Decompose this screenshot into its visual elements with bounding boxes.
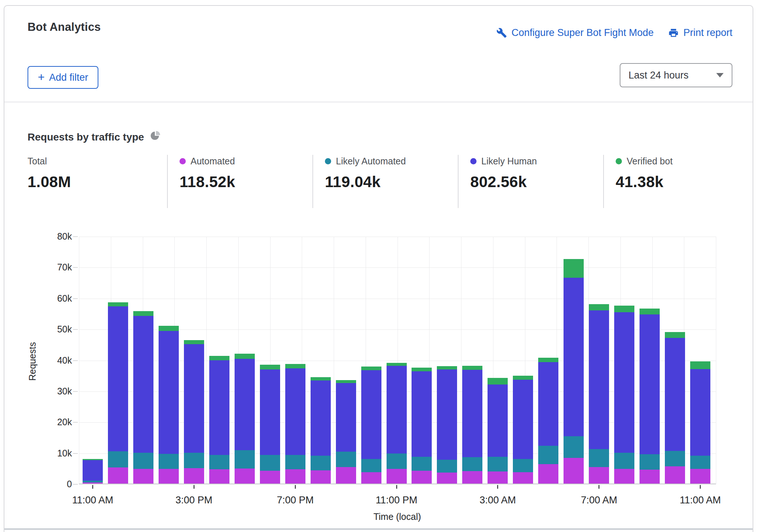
bar-segment-likely-automated <box>437 460 457 473</box>
x-tick <box>295 485 296 489</box>
section-title-label: Requests by traffic type <box>28 131 144 143</box>
bar-5-00-pm[interactable] <box>235 354 255 484</box>
bar-1-00-am[interactable] <box>437 366 457 484</box>
bar-segment-likely-automated <box>513 459 533 472</box>
stat-divider <box>167 155 168 208</box>
bar-segment-likely-human <box>108 306 128 451</box>
bar-segment-verified-bot <box>336 380 356 383</box>
bar-segment-verified-bot <box>513 376 533 380</box>
y-tick-label: 20k <box>0 417 72 427</box>
bar-12-00-am[interactable] <box>412 368 432 484</box>
bar-7-00-pm[interactable] <box>285 364 305 484</box>
bar-segment-likely-human <box>614 312 634 452</box>
gridline-vertical <box>716 237 716 484</box>
bar-segment-likely-human <box>133 316 153 453</box>
bar-4-00-pm[interactable] <box>209 356 229 484</box>
y-tick <box>73 298 78 299</box>
bar-segment-likely-automated <box>159 454 179 469</box>
y-tick <box>73 236 78 237</box>
bar-segment-likely-automated <box>260 455 280 470</box>
bar-7-00-am[interactable] <box>589 304 609 484</box>
bar-segment-likely-automated <box>488 457 508 472</box>
configure-super-bot-fight-mode-link[interactable]: Configure Super Bot Fight Mode <box>496 27 653 39</box>
bar-segment-verified-bot <box>361 367 381 370</box>
bar-2-00-am[interactable] <box>462 366 482 484</box>
bar-segment-verified-bot <box>462 366 482 369</box>
bar-5-00-am[interactable] <box>538 358 558 484</box>
x-tick <box>193 485 195 489</box>
header-divider <box>4 102 753 102</box>
bar-segment-verified-bot <box>260 365 280 369</box>
x-tick <box>700 485 701 489</box>
bar-11-00-am[interactable] <box>83 459 103 484</box>
bar-segment-likely-human <box>260 369 280 455</box>
bar-segment-likely-human <box>361 370 381 459</box>
x-axis-title: Time (local) <box>324 511 471 522</box>
print-report-link[interactable]: Print report <box>668 27 732 39</box>
bar-segment-likely-human <box>513 380 533 459</box>
bar-segment-likely-human <box>412 371 432 457</box>
bar-segment-automated <box>437 473 457 484</box>
bar-9-00-pm[interactable] <box>336 380 356 484</box>
bar-4-00-am[interactable] <box>513 376 533 484</box>
bar-segment-verified-bot <box>108 302 128 306</box>
bar-segment-likely-human <box>462 370 482 458</box>
y-tick <box>73 391 78 392</box>
bar-segment-verified-bot <box>83 459 103 460</box>
y-tick <box>73 422 78 423</box>
bar-12-00-pm[interactable] <box>108 302 128 484</box>
bar-segment-likely-automated <box>538 446 558 464</box>
add-filter-button[interactable]: + Add filter <box>28 66 98 89</box>
time-range-value: Last 24 hours <box>629 70 689 81</box>
bar-segment-verified-bot <box>690 361 710 369</box>
bar-10-00-pm[interactable] <box>361 367 381 484</box>
likely-automated-dot <box>325 158 331 164</box>
bar-segment-automated <box>640 470 660 484</box>
bar-6-00-am[interactable] <box>564 259 584 484</box>
time-range-select[interactable]: Last 24 hours <box>620 63 732 87</box>
bar-segment-automated <box>184 468 204 484</box>
bar-segment-verified-bot <box>589 304 609 310</box>
stat-verified-bot-value: 41.38k <box>616 173 673 191</box>
bar-11-00-am[interactable] <box>690 361 710 484</box>
stat-total: Total 1.08M <box>28 156 71 191</box>
bar-3-00-am[interactable] <box>488 378 508 484</box>
bar-segment-likely-automated <box>133 453 153 469</box>
bar-6-00-pm[interactable] <box>260 365 280 484</box>
bar-segment-automated <box>108 467 128 484</box>
bar-9-00-am[interactable] <box>640 309 660 484</box>
bar-segment-likely-human <box>564 278 584 436</box>
bar-segment-automated <box>513 472 533 484</box>
bar-segment-verified-bot <box>184 340 204 345</box>
y-tick <box>73 360 78 361</box>
bar-1-00-pm[interactable] <box>133 311 153 484</box>
bar-3-00-pm[interactable] <box>184 340 204 484</box>
bar-segment-likely-automated <box>235 450 255 469</box>
y-tick <box>73 329 78 330</box>
gridline-horizontal <box>79 299 716 299</box>
bar-11-00-pm[interactable] <box>387 363 407 484</box>
y-tick <box>73 267 78 268</box>
header-actions: Configure Super Bot Fight Mode Print rep… <box>496 27 732 39</box>
print-link-label: Print report <box>683 27 732 39</box>
x-tick <box>92 485 93 489</box>
bar-10-00-am[interactable] <box>665 332 685 484</box>
bar-segment-verified-bot <box>387 363 407 366</box>
bar-segment-likely-human <box>235 359 255 450</box>
bar-segment-verified-bot <box>412 368 432 371</box>
gridline-horizontal <box>79 237 716 237</box>
bar-segment-likely-human <box>311 380 331 456</box>
x-tick-label: 3:00 PM <box>146 495 242 506</box>
bar-segment-automated <box>133 469 153 484</box>
wrench-icon <box>496 28 507 38</box>
bar-segment-verified-bot <box>614 306 634 313</box>
x-tick-label: 3:00 AM <box>450 495 546 506</box>
bar-segment-automated <box>83 482 103 484</box>
bar-segment-likely-human <box>209 360 229 455</box>
bar-2-00-pm[interactable] <box>159 326 179 484</box>
x-axis-line <box>79 484 716 484</box>
x-tick <box>497 485 498 489</box>
bar-segment-automated <box>665 466 685 484</box>
bar-8-00-am[interactable] <box>614 306 634 484</box>
bar-8-00-pm[interactable] <box>311 377 331 484</box>
